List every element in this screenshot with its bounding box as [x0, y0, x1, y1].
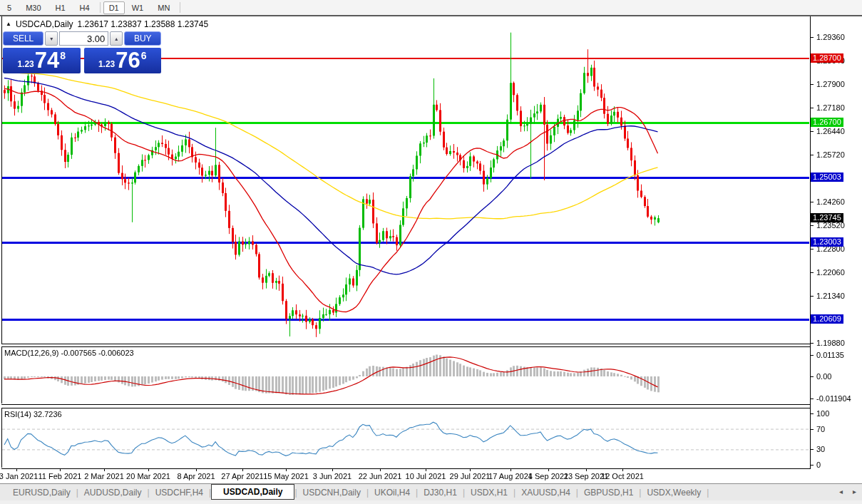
- date-tick-label: 10 Jul 2021: [401, 472, 451, 480]
- price-tick-label: 1.19880: [816, 339, 845, 347]
- ohlc-values: 1.23617 1.23837 1.23588 1.23745: [78, 19, 209, 29]
- macd-scale-label: 0.01135: [816, 351, 844, 359]
- one-click-trading-panel: SELL ▾ 3.00 ▴ BUY 1.23 74 8 1.23 76 6: [3, 31, 161, 73]
- timeframe-button-d1[interactable]: D1: [103, 1, 125, 14]
- price-level-label: 1.20609: [811, 314, 843, 324]
- volume-increase-button[interactable]: ▴: [110, 31, 123, 46]
- date-tick-label: 15 May 2021: [261, 472, 311, 480]
- chart-tab-ukoil[interactable]: UKOil,H4: [369, 485, 416, 500]
- timeframe-button-h1[interactable]: H1: [48, 1, 73, 14]
- buy-price-prefix: 1.23: [98, 59, 115, 69]
- timeframe-button-mn[interactable]: MN: [150, 1, 177, 14]
- collapse-icon[interactable]: ▲: [6, 21, 11, 27]
- price-tick-label: 1.25720: [816, 150, 845, 159]
- buy-price-pip: 6: [141, 50, 147, 61]
- price-tick-label: 1.22060: [816, 268, 845, 277]
- rsi-scale-label: 70: [816, 425, 825, 433]
- price-tick-label: 1.21340: [816, 292, 845, 300]
- sell-price-pip: 8: [60, 50, 66, 61]
- price-level-label: 1.26700: [811, 118, 843, 127]
- rsi-label: RSI(14) 32.7236: [4, 410, 62, 418]
- chart-tab-dj30[interactable]: DJ30,H1: [418, 485, 463, 500]
- price-level-label: 1.25003: [811, 173, 843, 182]
- rsi-scale-label: 0: [816, 461, 821, 469]
- date-tick-label: 11 Feb 2021: [35, 472, 85, 480]
- trading-app-window: 5M30H1H4D1W1MN ▲ USDCAD,Daily 1.23617 1.…: [0, 0, 862, 504]
- chart-tab-usdcnh[interactable]: USDCNH,Daily: [297, 485, 366, 500]
- timeframe-button-m30[interactable]: M30: [19, 1, 48, 14]
- buy-price-display[interactable]: 1.23 76 6: [84, 48, 162, 73]
- rsi-scale-label: 100: [816, 409, 829, 418]
- volume-decrease-button[interactable]: ▾: [45, 31, 58, 46]
- buy-button[interactable]: BUY: [124, 31, 161, 46]
- tab-scroll-right-icon[interactable]: ▸: [853, 488, 856, 495]
- spin-up-icon: ▴: [115, 36, 118, 42]
- chart-tab-gbpusd[interactable]: GBPUSD,H1: [578, 485, 639, 500]
- chart-canvas[interactable]: [0, 0, 862, 504]
- toolbar-separator: [180, 2, 180, 13]
- date-tick-label: 8 Apr 2021: [171, 472, 221, 480]
- price-level-label: 1.23745: [811, 213, 843, 222]
- chart-tab-usdx[interactable]: USDX,H1: [465, 485, 513, 500]
- chart-tab-eurusd[interactable]: EURUSD,Daily: [7, 485, 76, 500]
- chart-tab-xauusd[interactable]: XAUUSD,H4: [515, 485, 576, 500]
- sell-price-prefix: 1.23: [17, 59, 34, 69]
- macd-label: MACD(12,26,9) -0.007565 -0.006023: [4, 349, 134, 357]
- macd-scale-label: 0.00: [816, 372, 831, 381]
- symbol-label: USDCAD,Daily: [16, 19, 73, 29]
- volume-input[interactable]: 3.00: [59, 31, 108, 46]
- tab-scroll-left-icon[interactable]: ◂: [839, 488, 843, 495]
- tab-scroll-controls: ◂ ▸: [839, 488, 856, 495]
- buy-price-big: 76: [116, 50, 140, 71]
- timeframe-toolbar: 5M30H1H4D1W1MN: [0, 0, 862, 15]
- chart-tab-usdcad[interactable]: USDCAD,Daily: [211, 484, 294, 500]
- sell-price-big: 74: [35, 50, 59, 71]
- timeframe-button-w1[interactable]: W1: [125, 1, 151, 14]
- price-tick-label: 1.24260: [816, 197, 845, 206]
- toolbar-separator: [100, 2, 101, 13]
- chart-title: ▲ USDCAD,Daily 1.23617 1.23837 1.23588 1…: [6, 19, 208, 29]
- spin-down-icon: ▾: [50, 36, 53, 42]
- date-tick-label: 2 Mar 2021: [79, 472, 129, 480]
- price-tick-label: 1.27900: [816, 80, 845, 88]
- sell-button[interactable]: SELL: [3, 31, 43, 46]
- chart-tab-usdx[interactable]: USDX,Weekly: [641, 485, 707, 500]
- price-level-label: 1.23003: [811, 237, 843, 247]
- price-level-label: 1.28700: [811, 53, 843, 63]
- date-tick-label: 22 Jun 2021: [355, 472, 405, 480]
- price-tick-label: 1.27180: [816, 103, 845, 112]
- macd-scale-label: -0.011904: [816, 394, 851, 403]
- chart-tab-bar: EURUSD,Daily|AUDUSD,Daily|USDCHF,H4|USDC…: [0, 483, 862, 500]
- date-tick-label: 12 Oct 2021: [597, 472, 647, 480]
- timeframe-button-5[interactable]: 5: [0, 1, 19, 14]
- price-tick-label: 1.26440: [816, 127, 845, 135]
- chart-tab-audusd[interactable]: AUDUSD,Daily: [78, 485, 148, 500]
- timeframe-button-h4[interactable]: H4: [73, 1, 97, 14]
- date-tick-label: 3 Jun 2021: [307, 472, 357, 480]
- date-tick-label: 20 Mar 2021: [123, 472, 173, 480]
- date-tick-label: 27 Apr 2021: [217, 472, 267, 480]
- rsi-scale-label: 30: [816, 445, 825, 453]
- tab-separator: |: [707, 488, 709, 498]
- sell-price-display[interactable]: 1.23 74 8: [3, 48, 81, 73]
- price-tick-label: 1.29360: [816, 33, 845, 41]
- chart-tab-usdchf[interactable]: USDCHF,H4: [150, 485, 209, 500]
